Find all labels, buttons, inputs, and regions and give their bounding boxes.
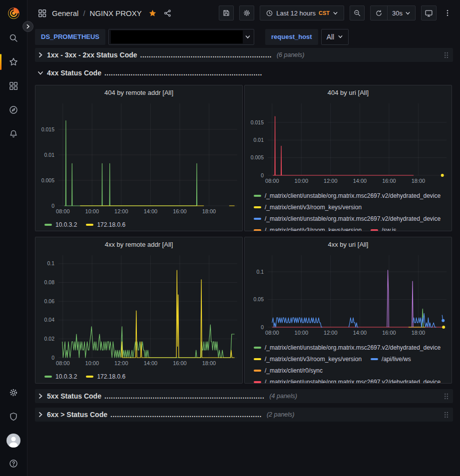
favorite-star-button[interactable] xyxy=(148,9,157,17)
favorite-star-icon xyxy=(148,9,157,17)
svg-text:0.005: 0.005 xyxy=(41,177,54,183)
legend-item[interactable]: /_matrix/client/v3/room_keys/version xyxy=(254,227,362,232)
chart-404-by-remote-addr[interactable]: 00.0050.010.01508:0010:0012:0014:0016:00… xyxy=(35,99,242,217)
sidebar-item-configuration[interactable] xyxy=(0,381,27,405)
timezone-label: CST xyxy=(319,10,330,16)
legend-swatch xyxy=(254,347,261,349)
legend-swatch xyxy=(254,195,261,197)
legend-item[interactable]: /sw.js xyxy=(371,227,396,232)
chevron-right-icon xyxy=(25,24,30,29)
legend-swatch xyxy=(371,229,378,231)
row-panel-count: (4 panels) xyxy=(269,393,297,400)
sidebar-item-search[interactable] xyxy=(0,26,27,50)
panel-title[interactable]: 404 by remote addr [All] xyxy=(35,85,242,99)
legend-item[interactable]: 10.0.3.2 xyxy=(44,373,77,380)
panel-title[interactable]: 404 by uri [All] xyxy=(245,85,452,99)
dashboard-header: General / NGINX PROXY Last 12 hours CST xyxy=(27,0,460,26)
sidebar-item-dashboards[interactable] xyxy=(0,74,27,98)
svg-text:0.06: 0.06 xyxy=(44,298,55,304)
page-title[interactable]: NGINX PROXY xyxy=(90,9,142,17)
sidebar-item-help[interactable] xyxy=(0,453,27,474)
svg-text:08:00: 08:00 xyxy=(56,208,70,214)
dashboard-row-4xx[interactable]: 4xx Status Code ........................… xyxy=(35,66,453,80)
panel-title[interactable]: 4xx by remote addr [All] xyxy=(35,237,242,251)
chevron-down-icon xyxy=(37,70,43,76)
legend-item[interactable]: 172.18.0.6 xyxy=(86,221,125,228)
chart-4xx-by-remote-addr[interactable]: 00.020.040.060.080.108:0010:0012:0014:00… xyxy=(35,251,242,369)
svg-text:14:00: 14:00 xyxy=(353,330,367,336)
legend-row: 10.0.3.2172.18.0.6 xyxy=(44,373,134,380)
legend-label: /_matrix/client/v3/room_keys/version xyxy=(265,204,362,211)
legend-item[interactable]: /_matrix/client/v3/room_keys/version xyxy=(254,204,362,211)
svg-text:16:00: 16:00 xyxy=(382,330,396,336)
chart-canvas: 00.0050.010.01508:0010:0012:0014:0016:00… xyxy=(245,99,452,187)
sidebar-bottom xyxy=(0,381,27,474)
refresh-dashboard-button[interactable] xyxy=(371,6,387,20)
dashboard-row-5xx[interactable]: 5xx Status Code ........................… xyxy=(35,389,453,403)
legend-item[interactable]: /_matrix/client/unstable/org.matrix.msc2… xyxy=(254,192,441,199)
legend-item[interactable]: /_matrix/client/unstable/org.matrix.msc2… xyxy=(254,215,441,222)
svg-text:0.08: 0.08 xyxy=(44,279,55,285)
chevron-down-icon xyxy=(405,10,411,16)
panel-legend: 10.0.3.2172.18.0.6 xyxy=(35,217,242,231)
sidebar-item-server-admin[interactable] xyxy=(0,405,27,429)
request-host-select[interactable]: All xyxy=(321,29,349,45)
legend-swatch xyxy=(254,381,261,383)
legend-label: 172.18.0.6 xyxy=(97,221,125,228)
dashboard-settings-button[interactable] xyxy=(239,5,254,20)
legend-swatch xyxy=(254,358,261,360)
sidebar-expand-button[interactable] xyxy=(22,21,33,32)
share-button[interactable] xyxy=(163,9,172,17)
legend-item[interactable]: 172.18.0.6 xyxy=(86,373,125,380)
legend-row: /_matrix/client/unstable/org.matrix.msc2… xyxy=(254,213,452,224)
row-drag-handle[interactable] xyxy=(444,51,449,59)
legend-item[interactable]: /api/live/ws xyxy=(371,356,411,363)
shield-icon xyxy=(8,412,18,422)
svg-text:16:00: 16:00 xyxy=(173,360,187,366)
legend-label: 10.0.3.2 xyxy=(55,221,77,228)
svg-text:0.01: 0.01 xyxy=(254,137,264,143)
sidebar-item-starred[interactable] xyxy=(0,50,27,74)
more-options-button[interactable] xyxy=(442,5,453,20)
legend-row: /_matrix/client/unstable/org.matrix.msc2… xyxy=(254,342,452,353)
legend-item[interactable]: 10.0.3.2 xyxy=(44,221,77,228)
zoom-out-icon xyxy=(353,9,361,17)
sidebar-item-profile[interactable] xyxy=(0,429,27,453)
row-title: 5xx Status Code xyxy=(47,392,101,400)
legend-item[interactable]: /_matrix/client/unstable/org.matrix.msc2… xyxy=(254,379,441,384)
sidebar-item-alerting[interactable] xyxy=(0,122,27,146)
legend-label: /_matrix/client/unstable/org.matrix.msc2… xyxy=(265,379,441,384)
drag-dots-icon xyxy=(444,393,449,400)
chart-404-by-uri[interactable]: 00.0050.010.01508:0010:0012:0014:0016:00… xyxy=(245,99,452,189)
svg-text:0.05: 0.05 xyxy=(254,296,264,302)
svg-text:0.1: 0.1 xyxy=(256,269,264,275)
variable-label-ds-prometheus[interactable]: DS_PROMETHEUS xyxy=(35,29,105,45)
svg-text:08:00: 08:00 xyxy=(56,360,70,366)
refresh-interval-dropdown[interactable]: 30s xyxy=(387,6,415,20)
row-drag-handle[interactable] xyxy=(444,393,449,400)
legend-item[interactable]: /_matrix/client/v3/room_keys/version xyxy=(254,356,362,363)
cycle-view-mode-button[interactable] xyxy=(421,5,437,20)
svg-text:16:00: 16:00 xyxy=(382,178,396,184)
dashboard-row-6xx[interactable]: 6xx > Status Code ......................… xyxy=(35,408,453,422)
chart-canvas: 00.0050.010.01508:0010:0012:0014:0016:00… xyxy=(35,99,242,215)
zoom-out-time-button[interactable] xyxy=(350,5,365,20)
legend-row: /_matrix/client/unstable/org.matrix.msc2… xyxy=(254,376,452,384)
dashboard-row-1xx-3xx-2xx[interactable]: 1xx - 3xx - 2xx Status Code ............… xyxy=(35,48,453,62)
row-drag-handle[interactable] xyxy=(444,411,449,419)
chart-4xx-by-uri[interactable]: 00.050.108:0010:0012:0014:0016:0018:00 xyxy=(245,251,452,341)
save-dashboard-button[interactable] xyxy=(219,5,234,20)
legend-item[interactable]: /_matrix/client/unstable/org.matrix.msc2… xyxy=(254,344,441,351)
panel-title[interactable]: 4xx by uri [All] xyxy=(245,237,452,251)
datasource-select[interactable] xyxy=(108,29,254,45)
row-panel-count: (2 panels) xyxy=(267,411,295,418)
variable-label-request-host[interactable]: request_host xyxy=(265,29,318,45)
panel-404-by-uri: 404 by uri [All] 00.0050.010.01508:0010:… xyxy=(244,85,452,231)
legend-item[interactable]: /_matrix/client/r0/sync xyxy=(254,367,323,374)
row-title: 4xx Status Code xyxy=(47,69,101,77)
svg-text:12:00: 12:00 xyxy=(324,330,338,336)
grafana-logo[interactable] xyxy=(0,0,27,26)
sidebar-item-explore[interactable] xyxy=(0,98,27,122)
time-range-picker[interactable]: Last 12 hours CST xyxy=(260,5,344,20)
breadcrumb-section[interactable]: General xyxy=(52,9,78,17)
